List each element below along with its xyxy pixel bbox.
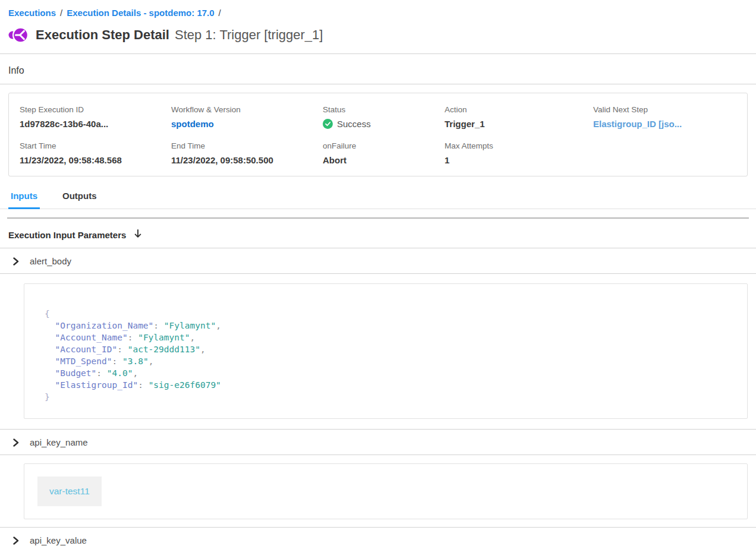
chevron-right-icon (12, 536, 20, 545)
status-badge: Success (323, 119, 445, 129)
arrow-down-icon[interactable] (133, 229, 143, 241)
chevron-right-icon (12, 257, 20, 266)
field-empty (593, 141, 739, 165)
fylamynt-branch-icon (8, 26, 29, 45)
info-card: Step Execution ID 1d97828c-13b6-40a... W… (8, 93, 748, 176)
field-value: Abort (323, 155, 445, 165)
json-code: { "Organization_Name": "Fylamynt", "Acco… (45, 308, 727, 403)
valid-next-step-link[interactable]: Elastigroup_ID [jso... (593, 119, 739, 129)
divider (0, 273, 756, 274)
field-value: 1d97828c-13b6-40a... (20, 119, 171, 129)
field-label: onFailure (323, 141, 445, 150)
field-workflow-version: Workflow & Version spotdemo (171, 105, 323, 129)
field-status: Status Success (323, 105, 445, 129)
field-value: Trigger_1 (445, 119, 593, 129)
field-action: Action Trigger_1 (445, 105, 593, 129)
section-label: alert_body (30, 256, 71, 266)
status-text: Success (337, 119, 371, 129)
section-label: api_key_name (30, 437, 88, 447)
field-start-time: Start Time 11/23/2022, 09:58:48.568 (20, 141, 171, 165)
breadcrumb-execution-details-link[interactable]: Execution Details - spotdemo: 17.0 (67, 8, 214, 18)
page-title: Execution Step Detail (36, 27, 169, 43)
section-header-api-key-value[interactable]: api_key_value (0, 528, 756, 546)
section-header-alert-body[interactable]: alert_body (0, 248, 756, 273)
alert-body-code-panel: { "Organization_Name": "Fylamynt", "Acco… (24, 283, 748, 419)
breadcrumb-executions-link[interactable]: Executions (8, 8, 56, 18)
field-value: 11/23/2022, 09:58:50.500 (171, 155, 323, 165)
api-key-name-panel: var-test11 (24, 463, 748, 519)
field-label: End Time (171, 141, 323, 150)
field-value: 1 (445, 155, 593, 165)
section-label: api_key_value (30, 535, 87, 545)
field-label: Workflow & Version (171, 105, 323, 114)
field-end-time: End Time 11/23/2022, 09:58:50.500 (171, 141, 323, 165)
execution-input-parameters-heading: Execution Input Parameters (0, 219, 756, 248)
field-label: Valid Next Step (593, 105, 739, 114)
field-label: Max Attempts (445, 141, 593, 150)
page-subtitle: Step 1: Trigger [trigger_1] (175, 27, 323, 43)
field-label: Start Time (20, 141, 171, 150)
field-label: Action (445, 105, 593, 114)
divider (0, 84, 756, 84)
field-step-execution-id: Step Execution ID 1d97828c-13b6-40a... (20, 105, 171, 129)
field-label: Status (323, 105, 445, 114)
execution-input-parameters-label: Execution Input Parameters (8, 230, 126, 240)
breadcrumb: Executions/Execution Details - spotdemo:… (0, 0, 756, 18)
tab-bar: Inputs Outputs (0, 185, 756, 209)
field-valid-next-step: Valid Next Step Elastigroup_ID [jso... (593, 105, 739, 129)
section-header-api-key-name[interactable]: api_key_name (0, 430, 756, 455)
field-max-attempts: Max Attempts 1 (445, 141, 593, 165)
check-circle-icon (323, 119, 333, 129)
page-header: Execution Step Detail Step 1: Trigger [t… (0, 18, 756, 53)
divider (0, 455, 756, 455)
field-onfailure: onFailure Abort (323, 141, 445, 165)
info-section-heading: Info (0, 54, 756, 84)
tab-inputs[interactable]: Inputs (8, 185, 40, 209)
field-value: 11/23/2022, 09:58:48.568 (20, 155, 171, 165)
breadcrumb-separator: / (60, 8, 62, 18)
field-label: Step Execution ID (20, 105, 171, 114)
chevron-right-icon (12, 438, 20, 447)
api-key-name-value: var-test11 (37, 476, 102, 506)
breadcrumb-separator: / (219, 8, 221, 18)
workflow-link[interactable]: spotdemo (171, 119, 323, 129)
tab-outputs[interactable]: Outputs (60, 185, 99, 209)
